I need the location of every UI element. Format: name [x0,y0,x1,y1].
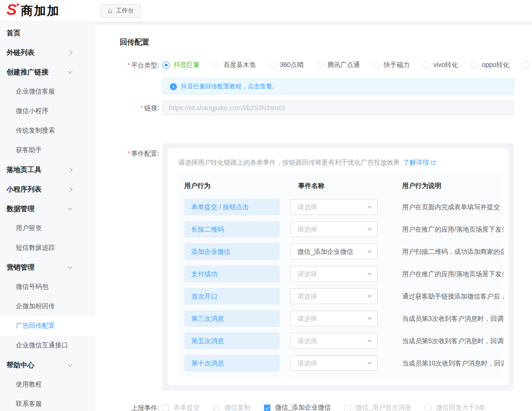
checkbox-wechat-copy[interactable]: 微信复制 [213,404,250,411]
table-row-first-message: 首次开口 请选择 通过获客助手链接添加微信客户后，当微... [184,288,504,305]
chevron-down-icon [68,265,73,269]
sidebar-item-tutorial[interactable]: 使用教程 [0,375,95,394]
sidebar-item-label: 首页 [7,29,20,38]
table-row-fifth-message: 第五次消息 请选择 当成员第5次收到客户消息时，回调此事... [184,332,504,349]
event-config-label: *事件配置: [120,143,159,158]
behavior-description: 用户在页面内完成表单填写并提交 [402,199,504,215]
sidebar-item-miniprogram-list[interactable]: 小程序列表 [0,179,95,199]
event-name-select[interactable]: 请选择 [290,221,377,237]
link-input[interactable] [162,100,514,115]
main-content: 回传配置 *平台类型: 抖音巨量 百度基木鱼 360点睛 腾讯广点通 快手磁力 … [95,22,532,411]
radio-baidu-jimuyu[interactable]: 百度基木鱼 [212,61,256,69]
behavior-link[interactable]: 表单提交 / 按钮点击 [184,199,280,215]
chevron-right-icon [68,167,73,172]
sidebar-item-sms-data-tracking[interactable]: 短信数据追踪 [0,238,95,258]
event-name-select[interactable]: 微信_添加企业微信 [290,244,377,259]
behavior-link[interactable]: 第十次消息 [184,355,280,371]
sidebar-item-wecom-interconnect-api[interactable]: 企业微信互通接口 [0,336,95,355]
radio-douyin-juliang[interactable]: 抖音巨量 [162,61,200,69]
tutorial-notice-link[interactable]: 抖音巨量回传配置教程，点击查看。 [181,82,278,91]
sidebar-item-help-center[interactable]: 帮助中心 [0,355,95,375]
sidebar-item-label: 短信数据追踪 [16,244,55,252]
sidebar-item-traditional-copy-search[interactable]: 传统复制搜索 [0,121,95,140]
behavior-description: 用户扫描二维码，成功添加商家的企业微信 [402,243,504,260]
radio-icon [471,61,478,69]
select-value: 请选择 [297,270,317,278]
sidebar-item-data-management[interactable]: 数据管理 [0,199,95,219]
checkbox-wechat-first-message[interactable]: 微信_用户首次消息 [344,404,411,411]
sidebar-item-label: 落地页工具 [7,166,41,174]
logo-plus-icon: + [16,1,20,8]
radio-oppo[interactable]: oppo转化 [471,61,509,69]
sidebar-item-label: 营销管理 [7,263,34,272]
event-name-select[interactable]: 请选择 [290,311,377,326]
checkbox-label: 微信回复大于3条 [436,404,485,411]
chevron-down-icon [68,69,73,74]
event-table-header: 用户行为 事件名称 用户行为说明 [184,179,504,193]
radio-360-dianjing[interactable]: 360点睛 [269,61,303,69]
sidebar-item-wecom-fans-callback[interactable]: 企微加粉回传 [0,297,95,316]
tab-workbench[interactable]: 工作台 [101,4,141,18]
sidebar-item-home[interactable]: 首页 [0,23,95,43]
event-name-select[interactable]: 请选择 [290,355,377,371]
sidebar-item-contact-support[interactable]: 联系客服 [0,394,95,411]
radio-label: vivo转化 [433,61,458,69]
required-asterisk: * [141,104,143,112]
app-logo: S + 商加加 [7,1,94,20]
event-name-select[interactable]: 请选择 [290,199,377,215]
chevron-down-icon [367,206,372,209]
sidebar-item-label: 企微加粉回传 [16,302,55,311]
sidebar-item-wechat-number-pack[interactable]: 微信号码包 [0,277,95,297]
sidebar-item-acquisition-assistant[interactable]: 获客助手 [0,140,95,160]
sidebar-item-external-links[interactable]: 外链列表 [0,43,95,62]
sidebar-item-label: 数据管理 [7,205,34,213]
event-config-intro: 请选择用户转化链路上的各类事件，按链路回传将更有利于优化广告投放效果了解详情 [178,159,504,167]
chevron-right-icon [68,50,73,55]
info-icon: i [170,83,177,90]
sidebar-item-landing-page-tools[interactable]: 落地页工具 [0,160,95,179]
behavior-link[interactable]: 第五次消息 [184,332,280,349]
behavior-link[interactable]: 长按二维码 [184,221,280,238]
sidebar-item-marketing-management[interactable]: 营销管理 [0,258,95,277]
platform-type-row: *平台类型: 抖音巨量 百度基木鱼 360点睛 腾讯广点通 快手磁力 vivo转… [120,58,514,73]
column-header-description: 用户行为说明 [402,182,504,190]
sidebar-item-create-promo-link[interactable]: 创建推广链接 [0,62,95,82]
event-config-section: 请选择用户转化链路上的各类事件，按链路回传将更有利于优化广告投放效果了解详情 用… [162,143,514,391]
chevron-down-icon [367,273,372,276]
checkbox-icon [162,404,169,411]
radio-icon [372,61,380,69]
event-name-select[interactable]: 请选择 [290,333,377,349]
table-row-tenth-message: 第十次消息 请选择 当成员第10次收到客户消息时，回调此事... [184,355,504,371]
report-events-label: 上报事件: [120,403,159,411]
behavior-link[interactable]: 添加企业微信 [184,243,280,260]
event-name-select[interactable]: 请选择 [290,266,377,282]
checkbox-label: 微信复制 [224,404,250,411]
link-row: *链接: [120,100,514,115]
sidebar-item-label: 使用教程 [16,380,42,389]
radio-other[interactable]: 其他 [522,61,532,69]
radio-icon [316,61,323,69]
sidebar-item-wecom-customer-service[interactable]: 企业微信客服 [0,82,95,101]
event-name-select[interactable]: 请选择 [290,288,377,304]
behavior-link[interactable]: 首次开口 [184,288,280,305]
radio-kuaishou-cili[interactable]: 快手磁力 [372,61,410,69]
checkbox-wechat-add-wecom[interactable]: 微信_添加企业微信 [264,404,331,411]
required-asterisk: * [128,61,130,69]
event-config-card: 请选择用户转化链路上的各类事件，按链路回传将更有利于优化广告投放效果了解详情 用… [168,148,509,385]
chevron-down-icon [68,362,73,367]
report-events-line-1: 表单提交 微信复制 微信_添加企业微信 微信_用户首次消息 微信回复大于3条 [162,403,514,411]
learn-more-link[interactable]: 了解详情 [403,159,436,167]
radio-vivo[interactable]: vivo转化 [422,61,458,69]
tab-workbench-label: 工作台 [116,7,134,15]
radio-label: 腾讯广点通 [327,61,360,69]
sidebar-item-wechat-miniprogram[interactable]: 微信小程序 [0,101,95,121]
behavior-link[interactable]: 第三次消息 [184,310,280,327]
radio-label: 快手磁力 [384,61,410,69]
sidebar-item-ad-callback-config[interactable]: 广告回传配置 [0,316,95,336]
radio-tencent-guangdiantong[interactable]: 腾讯广点通 [316,61,360,69]
sidebar-item-user-leads[interactable]: 用户留资 [0,219,95,238]
checkbox-wechat-reply-gt3[interactable]: 微信回复大于3条 [425,404,485,411]
intro-text: 请选择用户转化链路上的各类事件，按链路回传将更有利于优化广告投放效果 [178,159,400,166]
behavior-link[interactable]: 支付成功 [184,265,280,282]
checkbox-form-submit[interactable]: 表单提交 [162,404,200,411]
